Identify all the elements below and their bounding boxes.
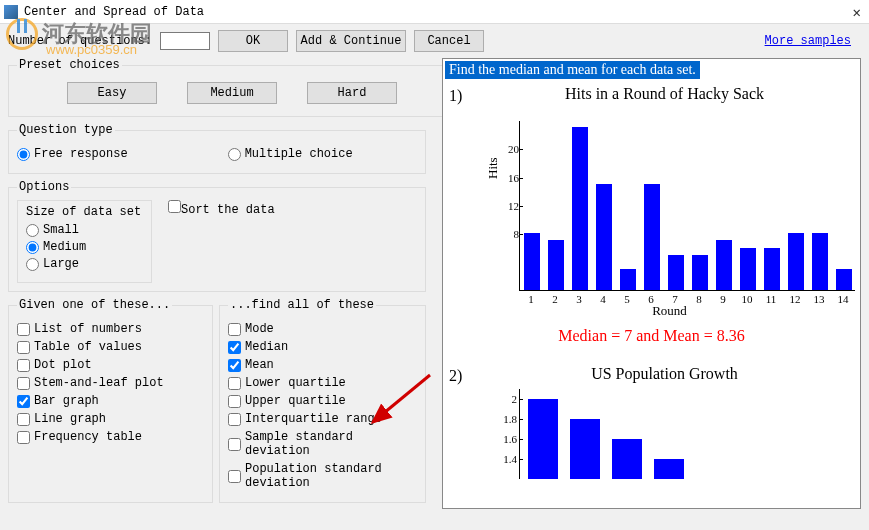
find-item-1[interactable]: Median xyxy=(228,340,417,354)
question-type-group: Question type Free response Multiple cho… xyxy=(8,123,426,174)
find-item-3[interactable]: Lower quartile xyxy=(228,376,417,390)
chart2: 1.41.61.82 xyxy=(485,389,854,479)
titlebar: Center and Spread of Data ✕ xyxy=(0,0,869,24)
size-legend: Size of data set xyxy=(26,205,143,219)
find-item-0[interactable]: Mode xyxy=(228,322,417,336)
multiple-choice-radio[interactable]: Multiple choice xyxy=(228,147,353,161)
find-item-5[interactable]: Interquartile range xyxy=(228,412,417,426)
preset-legend: Preset choices xyxy=(17,58,122,72)
more-samples-link[interactable]: More samples xyxy=(765,34,851,48)
find-legend: ...find all of these xyxy=(228,298,376,312)
find-item-2[interactable]: Mean xyxy=(228,358,417,372)
given-group: Given one of these... List of numbersTab… xyxy=(8,298,213,503)
numq-label: Number of questions: xyxy=(8,34,152,48)
find-group: ...find all of these ModeMedianMeanLower… xyxy=(219,298,426,503)
given-item-3[interactable]: Stem-and-leaf plot xyxy=(17,376,204,390)
find-item-4[interactable]: Upper quartile xyxy=(228,394,417,408)
find-item-7[interactable]: Population standard deviation xyxy=(228,462,417,490)
preview-pane: Find the median and mean for each data s… xyxy=(442,58,861,509)
preset-choices-group: Preset choices Easy Medium Hard xyxy=(8,58,456,117)
preview-prompt: Find the median and mean for each data s… xyxy=(445,61,700,79)
given-item-6[interactable]: Frequency table xyxy=(17,430,204,444)
chart1: Hits Round 81216201234567891011121314 xyxy=(485,109,854,319)
question-2: 2) US Population Growth 1.41.61.82 xyxy=(449,361,854,479)
given-item-0[interactable]: List of numbers xyxy=(17,322,204,336)
hard-button[interactable]: Hard xyxy=(307,82,397,104)
find-item-6[interactable]: Sample standard deviation xyxy=(228,430,417,458)
medium-button[interactable]: Medium xyxy=(187,82,277,104)
question-1: 1) Hits in a Round of Hacky Sack Hits Ro… xyxy=(449,81,854,319)
close-icon[interactable]: ✕ xyxy=(853,4,861,21)
easy-button[interactable]: Easy xyxy=(67,82,157,104)
toolbar: Number of questions: OK Add & Continue C… xyxy=(0,24,869,58)
given-item-4[interactable]: Bar graph xyxy=(17,394,204,408)
given-item-1[interactable]: Table of values xyxy=(17,340,204,354)
given-legend: Given one of these... xyxy=(17,298,172,312)
options-legend: Options xyxy=(17,180,71,194)
given-item-5[interactable]: Line graph xyxy=(17,412,204,426)
ok-button[interactable]: OK xyxy=(218,30,288,52)
qtype-legend: Question type xyxy=(17,123,115,137)
window-title: Center and Spread of Data xyxy=(24,5,204,19)
size-large-radio[interactable]: Large xyxy=(26,257,143,271)
size-subgroup: Size of data set Small Medium Large xyxy=(17,200,152,283)
add-continue-button[interactable]: Add & Continue xyxy=(296,30,406,52)
app-icon xyxy=(4,5,18,19)
chart2-title: US Population Growth xyxy=(475,365,854,383)
options-group: Options Size of data set Small Medium La… xyxy=(8,180,426,292)
preview-scroll[interactable]: 1) Hits in a Round of Hacky Sack Hits Ro… xyxy=(443,81,860,509)
chart1-title: Hits in a Round of Hacky Sack xyxy=(475,85,854,103)
sort-data-checkbox[interactable]: Sort the data xyxy=(168,200,275,217)
size-medium-radio[interactable]: Medium xyxy=(26,240,143,254)
free-response-radio[interactable]: Free response xyxy=(17,147,128,161)
given-item-2[interactable]: Dot plot xyxy=(17,358,204,372)
cancel-button[interactable]: Cancel xyxy=(414,30,484,52)
numq-input[interactable] xyxy=(160,32,210,50)
answer-1: Median = 7 and Mean = 8.36 xyxy=(449,327,854,345)
size-small-radio[interactable]: Small xyxy=(26,223,143,237)
